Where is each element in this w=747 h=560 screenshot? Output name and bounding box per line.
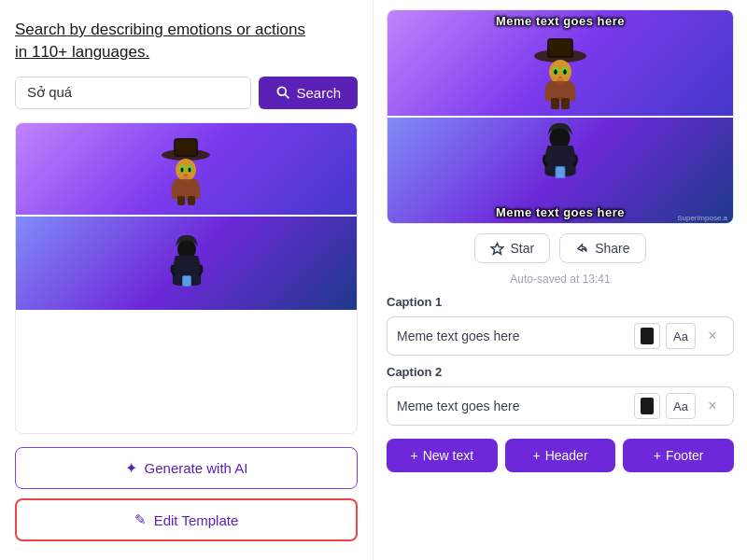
svg-line-1	[286, 94, 289, 98]
header-button[interactable]: + Header	[505, 439, 616, 472]
caption-2-section: Caption 2 Aa ×	[387, 365, 734, 426]
caption-1-section: Caption 1 Aa ×	[387, 295, 734, 356]
color-swatch-1	[641, 328, 654, 344]
edit-template-button[interactable]: ✎ Edit Template	[15, 498, 358, 541]
search-input[interactable]	[15, 77, 251, 109]
caption-2-input[interactable]	[397, 399, 628, 413]
plus-icon-new: +	[411, 448, 418, 463]
svg-point-9	[189, 168, 191, 173]
main-container: Search by describing emotions or actions…	[0, 0, 747, 560]
footer-buttons: + New text + Header + Footer	[387, 439, 734, 472]
svg-marker-30	[492, 243, 504, 254]
caption-1-input[interactable]	[397, 329, 628, 343]
right-meme-bottom: Meme text goes here Superimpose.a	[388, 118, 733, 224]
caption-2-row: Aa ×	[387, 386, 734, 426]
meme-bottom-half	[16, 217, 357, 310]
generate-ai-button[interactable]: ✦ Generate with AI	[15, 447, 358, 489]
meme-preview-right: Meme text goes here	[387, 9, 734, 224]
svg-point-24	[558, 77, 562, 79]
svg-rect-15	[183, 276, 190, 286]
star-icon	[490, 242, 504, 256]
caption-1-label: Caption 1	[387, 295, 734, 309]
meme-preview-left	[15, 122, 358, 434]
search-button[interactable]: Search	[259, 77, 358, 109]
caption-2-font-button[interactable]: Aa	[666, 393, 696, 419]
caption-2-label: Caption 2	[387, 365, 734, 379]
svg-point-23	[563, 69, 567, 75]
svg-rect-4	[176, 140, 196, 155]
share-button[interactable]: Share	[559, 233, 645, 263]
cat-right	[532, 28, 588, 112]
dark-figure-right	[540, 119, 582, 185]
search-icon	[275, 85, 290, 100]
right-meme-top: Meme text goes here	[388, 10, 733, 118]
svg-point-0	[278, 87, 287, 95]
caption-1-close-button[interactable]: ×	[701, 325, 724, 347]
plus-icon-footer: +	[654, 448, 661, 463]
footer-button[interactable]: + Footer	[623, 439, 734, 472]
auto-saved: Auto-saved at 13:41	[387, 273, 734, 286]
right-panel: Meme text goes here	[374, 0, 747, 560]
svg-rect-12	[188, 196, 195, 205]
cat-character	[161, 129, 212, 208]
ai-icon: ✦	[125, 459, 137, 477]
svg-rect-18	[549, 40, 571, 56]
watermark: Superimpose.a	[677, 214, 727, 222]
button-row: ✦ Generate with AI ✎ Edit Template	[15, 447, 358, 541]
search-description: Search by describing emotions or actions…	[15, 19, 358, 63]
svg-point-8	[181, 168, 184, 173]
svg-point-10	[184, 175, 188, 177]
meme-top-half	[16, 123, 357, 217]
dark-figure	[168, 232, 205, 293]
search-row: Search	[15, 77, 358, 109]
meme-text-bottom: Meme text goes here	[496, 205, 625, 219]
caption-1-color-button[interactable]	[634, 323, 660, 349]
color-swatch-2	[641, 398, 654, 414]
meme-text-top: Meme text goes here	[496, 14, 625, 28]
edit-icon: ✎	[134, 511, 147, 528]
caption-2-color-button[interactable]	[634, 393, 660, 419]
svg-rect-11	[177, 196, 185, 205]
svg-rect-29	[557, 167, 565, 177]
left-panel: Search by describing emotions or actions…	[0, 0, 374, 560]
svg-point-5	[176, 159, 196, 181]
new-text-button[interactable]: + New text	[387, 439, 498, 472]
svg-rect-26	[561, 98, 570, 109]
share-icon	[575, 242, 589, 256]
plus-icon-header: +	[532, 448, 540, 463]
caption-1-row: Aa ×	[387, 316, 734, 356]
caption-1-font-button[interactable]: Aa	[666, 323, 696, 349]
action-row: Star Share	[387, 233, 734, 263]
svg-point-22	[554, 69, 557, 75]
caption-2-close-button[interactable]: ×	[701, 395, 724, 417]
svg-rect-25	[551, 98, 559, 109]
star-button[interactable]: Star	[474, 233, 550, 263]
